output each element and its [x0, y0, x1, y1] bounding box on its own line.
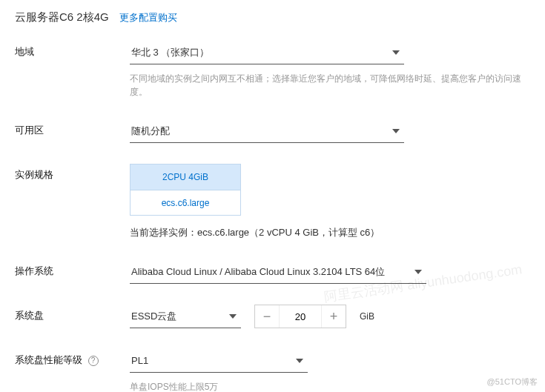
region-row: 地域 华北 3 （张家口） 不同地域的实例之间内网互不相通；选择靠近您客户的地域… — [15, 41, 530, 99]
chevron-down-icon — [296, 359, 303, 363]
spec-description: 当前选择实例：ecs.c6.large（2 vCPU 4 GiB，计算型 c6） — [130, 226, 530, 239]
sysdisk-label: 系统盘 — [15, 305, 130, 322]
os-value: Alibaba Cloud Linux / Alibaba Cloud Linu… — [131, 265, 385, 279]
zone-row: 可用区 随机分配 — [15, 119, 530, 143]
perf-value: PL1 — [131, 355, 148, 366]
sysdisk-type-value: ESSD云盘 — [131, 310, 176, 323]
region-hint: 不同地域的实例之间内网互不相通；选择靠近您客户的地域，可降低网络时延、提高您客户… — [130, 72, 530, 99]
sysdisk-size-stepper: − + — [254, 305, 346, 328]
spec-row: 实例规格 2CPU 4GiB ecs.c6.large 当前选择实例：ecs.c… — [15, 164, 530, 239]
help-icon[interactable]: ? — [88, 356, 99, 366]
perf-label-text: 系统盘性能等级 — [15, 354, 82, 365]
spec-table: 2CPU 4GiB ecs.c6.large — [130, 164, 241, 216]
header: 云服务器C6 2核4G 更多配置购买 — [15, 10, 530, 24]
chevron-down-icon — [229, 314, 237, 319]
spec-option-code[interactable]: ecs.c6.large — [131, 190, 240, 215]
sysdisk-unit: GiB — [360, 311, 374, 322]
os-row: 操作系统 Alibaba Cloud Linux / Alibaba Cloud… — [15, 260, 530, 284]
sysdisk-size-input[interactable] — [279, 305, 322, 328]
source-watermark: @51CTO博客 — [487, 376, 538, 388]
chevron-down-icon — [414, 270, 422, 274]
os-select[interactable]: Alibaba Cloud Linux / Alibaba Cloud Linu… — [130, 260, 426, 284]
perf-row: 系统盘性能等级 ? PL1 单盘IOPS性能上限5万 — [15, 349, 530, 392]
zone-select[interactable]: 随机分配 — [130, 119, 404, 143]
chevron-down-icon — [392, 50, 400, 55]
more-config-link[interactable]: 更多配置购买 — [119, 11, 177, 24]
os-label: 操作系统 — [15, 260, 130, 278]
region-label: 地域 — [15, 41, 130, 59]
zone-label: 可用区 — [15, 119, 130, 137]
perf-hint: 单盘IOPS性能上限5万 — [130, 380, 530, 392]
plus-button[interactable]: + — [322, 305, 346, 328]
zone-value: 随机分配 — [131, 124, 170, 138]
perf-label: 系统盘性能等级 ? — [15, 349, 130, 367]
minus-button[interactable]: − — [255, 305, 279, 328]
sysdisk-type-select[interactable]: ESSD云盘 — [130, 305, 241, 328]
spec-option-selected[interactable]: 2CPU 4GiB — [131, 165, 240, 190]
page-title: 云服务器C6 2核4G — [15, 10, 109, 24]
region-value: 华北 3 （张家口） — [131, 46, 209, 59]
chevron-down-icon — [392, 129, 400, 133]
region-select[interactable]: 华北 3 （张家口） — [130, 41, 404, 64]
spec-label: 实例规格 — [15, 164, 130, 182]
sysdisk-row: 系统盘 ESSD云盘 − + GiB — [15, 305, 530, 328]
perf-select[interactable]: PL1 — [130, 349, 308, 373]
